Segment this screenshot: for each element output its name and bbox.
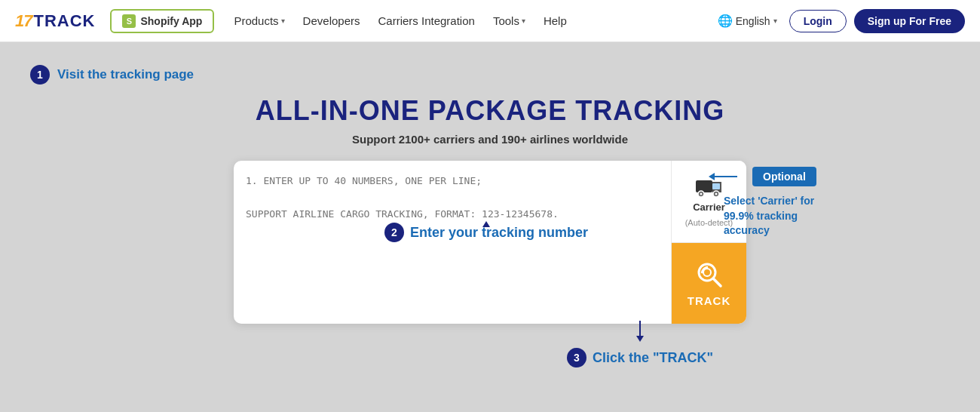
page-subtitle: Support 2100+ carriers and 190+ airlines… (0, 133, 980, 146)
step3-label: 3 Click the "TRACK" (567, 348, 713, 367)
track-button[interactable]: TRACK (672, 243, 746, 324)
step1-circle: 1 (30, 65, 50, 85)
lang-arrow-icon: ▾ (773, 17, 777, 25)
main-nav: Products ▾ Developers Carriers Integrati… (226, 10, 712, 32)
svg-point-5 (700, 192, 702, 195)
step1-row: 1 Visit the tracking page (0, 65, 980, 85)
signup-button[interactable]: Sign up For Free (854, 9, 965, 33)
step1-label: Visit the tracking page (57, 67, 194, 82)
tools-arrow-icon: ▾ (522, 17, 525, 25)
step3-text: Click the "TRACK" (593, 350, 713, 366)
nav-help[interactable]: Help (536, 10, 574, 32)
optional-annotation: Optional Select 'Carrier' for 99.9% trac… (709, 167, 816, 238)
shopify-btn-label: Shopify App (140, 15, 202, 27)
products-arrow-icon: ▾ (281, 17, 285, 25)
svg-line-8 (713, 278, 721, 286)
globe-icon: 🌐 (718, 14, 733, 28)
svg-point-9 (703, 269, 711, 276)
logo-track: TRACK (33, 11, 95, 31)
main-content: 1 Visit the tracking page ALL-IN-ONE PAC… (0, 42, 980, 412)
arrow-tip-down-icon (636, 336, 644, 342)
logo: 17 TRACK (15, 11, 95, 31)
tracking-number-input[interactable] (246, 173, 659, 309)
lang-label: English (736, 15, 770, 27)
optional-text: Select 'Carrier' for 99.9% tracking accu… (724, 194, 816, 238)
inner-layout: Carrier (Auto-detect) TRACK (234, 161, 746, 324)
optional-badge: Optional (752, 167, 816, 186)
step3-circle: 3 (567, 348, 586, 367)
shopify-app-button[interactable]: S Shopify App (110, 9, 214, 33)
nav-products[interactable]: Products ▾ (226, 10, 292, 32)
tracking-box: Carrier (Auto-detect) TRACK (234, 161, 746, 324)
arrow-tip-left-icon (709, 173, 715, 180)
page-title: ALL-IN-ONE PACKAGE TRACKING (0, 95, 980, 127)
header: 17 TRACK S Shopify App Products ▾ Develo… (0, 0, 980, 42)
nav-developers[interactable]: Developers (296, 10, 368, 32)
optional-arrow: Optional (709, 167, 816, 186)
arrow-line-left-icon (715, 176, 737, 177)
step3-annotation: 3 Click the "TRACK" (567, 321, 713, 367)
shopify-icon: S (122, 14, 136, 28)
login-button[interactable]: Login (789, 10, 847, 32)
language-selector[interactable]: 🌐 English ▾ (713, 11, 782, 31)
track-button-label: TRACK (688, 294, 731, 307)
nav-tools[interactable]: Tools ▾ (485, 10, 533, 32)
tracking-input-area (234, 161, 671, 324)
logo-17: 17 (15, 11, 32, 31)
tracking-section: Carrier (Auto-detect) TRACK (0, 161, 980, 384)
header-right: 🌐 English ▾ Login Sign up For Free (713, 9, 965, 33)
step3-arrow (636, 321, 644, 342)
track-search-icon (694, 260, 724, 290)
nav-carriers-integration[interactable]: Carriers Integration (370, 10, 482, 32)
